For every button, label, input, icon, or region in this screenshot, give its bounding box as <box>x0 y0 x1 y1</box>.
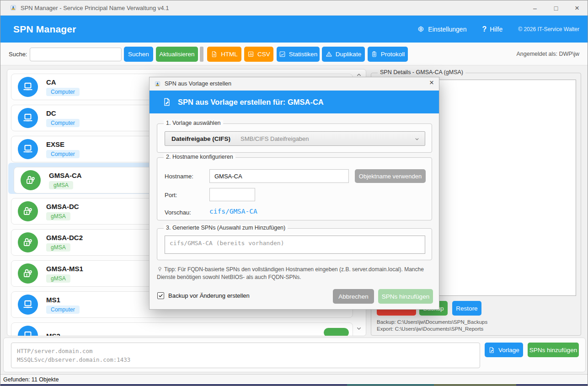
check-icon <box>158 293 163 298</box>
template-selected: Dateifreigabe (CIFS) <box>171 135 230 142</box>
list-item-ms2[interactable]: MS2 <box>11 322 353 336</box>
dialog-add-spns-label: SPNs hinzufügen <box>382 293 429 300</box>
help-icon: ? <box>482 25 486 33</box>
app-icon <box>10 4 17 11</box>
protocol-label: Protokoll <box>381 51 405 58</box>
template-button[interactable]: Vorlage <box>485 343 523 357</box>
preview-label: Vorschau: <box>165 209 191 216</box>
preview-value: cifs/GMSA-CA <box>209 208 257 215</box>
taskbar-strip <box>0 384 588 386</box>
item-badge: gMSA <box>49 181 73 189</box>
logged-in-text: Angemeldet als: DWP\jw <box>516 51 579 57</box>
status-text: Gefunden: 11 Objekte <box>3 376 59 383</box>
dialog-title: SPN aus Vorlage erstellen <box>165 80 231 87</box>
duplicates-label: Duplikate <box>336 51 361 58</box>
dialog-header: SPN aus Vorlage erstellen für: GMSA-CA <box>150 91 439 113</box>
search-label: Suche: <box>9 51 27 58</box>
export-html-button[interactable]: HTML <box>207 47 241 62</box>
template-select-section: 1. Vorlage auswählen Dateifreigabe (CIFS… <box>157 123 432 153</box>
spn-details-legend: SPN Details - GMSA-CA (gMSA) <box>378 69 465 75</box>
use-objectname-button[interactable]: Objektname verwenden <box>355 169 426 183</box>
port-input[interactable] <box>209 188 255 201</box>
export-html-label: HTML <box>221 51 238 58</box>
statistics-button[interactable]: Statistiken <box>277 47 320 62</box>
hostname-input[interactable] <box>209 169 349 183</box>
item-badge: gMSA <box>46 274 70 283</box>
refresh-button[interactable]: Aktualisieren <box>156 47 198 62</box>
gmsa-lock-icon <box>18 201 38 221</box>
item-badge: Computer <box>46 150 80 158</box>
item-name: CA <box>46 78 80 86</box>
item-name: GMSA-DC2 <box>46 234 83 241</box>
row-action-pill[interactable] <box>324 328 349 336</box>
section2-legend: 2. Hostname konfigurieren <box>164 154 235 160</box>
section1-legend: 1. Vorlage auswählen <box>164 120 223 126</box>
computer-icon <box>18 139 38 159</box>
generated-spns-listbox[interactable]: cifs/GMSA-CA (bereits vorhanden) <box>165 236 425 254</box>
template-doc-icon <box>488 347 495 354</box>
item-badge: Computer <box>46 88 80 96</box>
search-button-label: Suchen <box>128 51 149 58</box>
window-title: SPN Manager - Service Principal Name Ver… <box>21 5 169 11</box>
manual-spn-panel: HTTP/server.domain.com MSSQLSvc/dbserver… <box>3 338 586 372</box>
document-icon <box>211 51 218 58</box>
chevron-down-icon <box>355 325 363 332</box>
item-name: MS1 <box>46 296 80 304</box>
computer-icon <box>18 77 38 97</box>
settings-label: Einstellungen <box>428 26 466 33</box>
app-header: SPN Manager Einstellungen ? Hilfe © 2026… <box>0 16 588 43</box>
hostname-section: 2. Hostname konfigurieren Hostname: Obje… <box>157 157 432 220</box>
cancel-button[interactable]: Abbrechen <box>333 289 374 304</box>
backup-path-text: Backup: C:\Users\jw\Documents\SPN_Backup… <box>377 319 487 325</box>
copyright-text: © 2026 IT-Service Walter <box>518 26 579 32</box>
use-objectname-label: Objektname verwenden <box>359 173 422 180</box>
warning-icon <box>326 51 332 58</box>
restore-button[interactable]: Restore <box>452 301 481 316</box>
restore-label: Restore <box>456 305 477 312</box>
template-label: Vorlage <box>498 347 519 354</box>
help-link[interactable]: ? Hilfe <box>482 25 502 33</box>
backup-checkbox-label: Backup vor Änderung erstellen <box>168 292 250 299</box>
close-button[interactable]: × <box>567 0 588 16</box>
tip-text: Tipp: Für FQDN-basierte SPNs den vollstä… <box>157 266 433 282</box>
statistics-label: Statistiken <box>289 51 317 58</box>
spn-input-area[interactable]: HTTP/server.domain.com MSSQLSvc/dbserver… <box>11 343 480 368</box>
spn-placeholder-line1: HTTP/server.domain.com <box>17 347 474 355</box>
export-csv-button[interactable]: CSV <box>244 47 273 62</box>
computer-icon <box>18 108 38 128</box>
dialog-add-spns-button[interactable]: SPNs hinzufügen <box>378 289 433 304</box>
add-spns-button[interactable]: SPNs hinzufügen <box>528 343 579 357</box>
hostname-label: Hostname: <box>165 173 193 180</box>
protocol-button[interactable]: Protokoll <box>368 47 408 62</box>
refresh-button-label: Aktualisieren <box>159 51 194 58</box>
search-button[interactable]: Suchen <box>124 47 153 62</box>
duplicates-button[interactable]: Duplikate <box>322 47 365 62</box>
item-name: GMSA-CA <box>49 172 82 179</box>
search-input[interactable] <box>30 48 122 61</box>
scroll-down-button[interactable] <box>354 324 364 333</box>
item-name: EXSE <box>46 140 80 148</box>
gear-icon <box>417 25 425 33</box>
generated-spns-section: 3. Generierte SPNs (Auswahl zum Hinzufüg… <box>157 228 432 260</box>
clipboard-icon <box>371 51 378 58</box>
item-name: DC <box>46 109 80 117</box>
template-dropdown[interactable]: Dateifreigabe (CIFS) SMB/CIFS Dateifreig… <box>165 131 425 146</box>
window-titlebar: SPN Manager - Service Principal Name Ver… <box>0 0 588 16</box>
item-name: MS2 <box>46 332 60 337</box>
dialog-close-icon[interactable]: × <box>429 78 434 87</box>
dialog-titlebar: SPN aus Vorlage erstellen × <box>150 77 439 91</box>
create-spn-dialog: SPN aus Vorlage erstellen × SPN aus Vorl… <box>149 77 439 310</box>
add-spns-label: SPNs hinzufügen <box>529 347 577 354</box>
minimize-button[interactable]: – <box>524 0 545 16</box>
generated-spn-item[interactable]: cifs/GMSA-CA (bereits vorhanden) <box>170 240 284 247</box>
status-bar: Gefunden: 11 Objekte <box>0 374 588 384</box>
backup-checkbox[interactable] <box>157 292 164 299</box>
item-badge: Computer <box>46 119 80 127</box>
export-path-text: Export: C:\Users\jw\Documents\SPN_Report… <box>377 326 483 332</box>
toolbar-separator <box>200 47 203 62</box>
settings-link[interactable]: Einstellungen <box>417 25 466 33</box>
lightbulb-icon <box>157 266 163 272</box>
app-window: SPN Manager - Service Principal Name Ver… <box>0 0 588 386</box>
tip-text-content: Tipp: Für FQDN-basierte SPNs den vollstä… <box>157 266 424 280</box>
maximize-button[interactable]: □ <box>545 0 567 16</box>
